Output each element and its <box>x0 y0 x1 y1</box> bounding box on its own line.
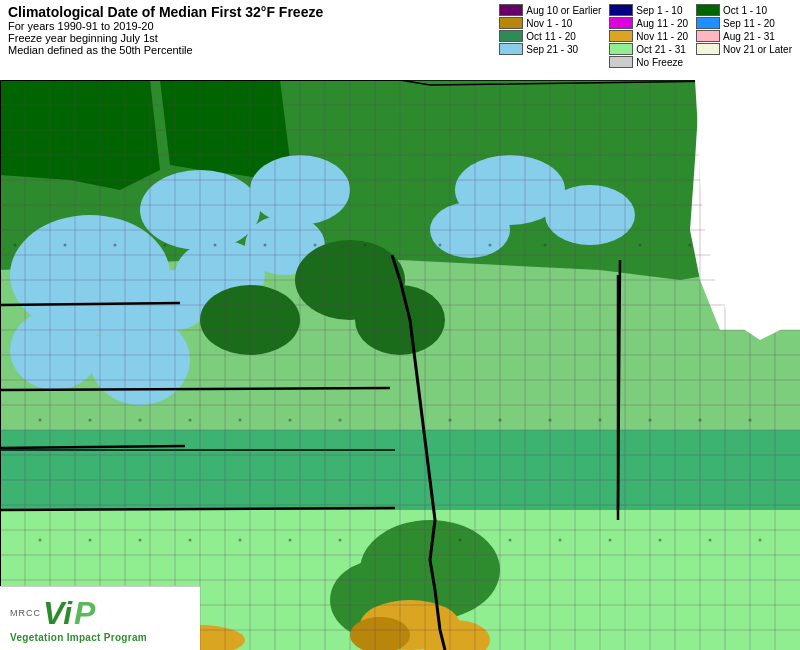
legend-swatch-sep21 <box>499 43 523 55</box>
legend-swatch-nofreeze <box>609 56 633 68</box>
svg-point-89 <box>64 244 67 247</box>
legend-label-nofreeze: No Freeze <box>636 57 683 68</box>
svg-point-15 <box>545 185 635 245</box>
legend-swatch-aug21 <box>696 30 720 42</box>
svg-point-109 <box>449 419 452 422</box>
legend-item-sep1: Sep 1 - 10 <box>609 4 688 16</box>
legend-item-nov11: Nov 11 - 20 <box>609 30 688 42</box>
svg-point-127 <box>659 539 662 542</box>
svg-point-95 <box>364 244 367 247</box>
legend-label-aug10: Aug 10 or Earlier <box>526 5 601 16</box>
svg-point-128 <box>709 539 712 542</box>
svg-point-117 <box>89 539 92 542</box>
legend-swatch-nov11 <box>609 30 633 42</box>
legend-item-aug21: Aug 21 - 31 <box>696 30 792 42</box>
legend-label-nov1: Nov 1 - 10 <box>526 18 572 29</box>
svg-point-110 <box>499 419 502 422</box>
svg-point-88 <box>14 244 17 247</box>
legend-item-sep11: Sep 11 - 20 <box>696 17 792 29</box>
svg-point-113 <box>649 419 652 422</box>
svg-point-114 <box>699 419 702 422</box>
legend-label-aug21: Aug 21 - 31 <box>723 31 775 42</box>
svg-point-116 <box>39 539 42 542</box>
legend-label-sep1: Sep 1 - 10 <box>636 5 682 16</box>
svg-point-97 <box>489 244 492 247</box>
vip-logo: MRCC Vi P Vegetation Impact Program <box>10 595 147 643</box>
svg-marker-4 <box>0 80 160 190</box>
svg-point-91 <box>164 244 167 247</box>
svg-point-121 <box>289 539 292 542</box>
legend-label-oct21: Oct 21 - 31 <box>636 44 685 55</box>
legend-swatch-oct11 <box>499 30 523 42</box>
svg-point-94 <box>314 244 317 247</box>
legend-label-nov21: Nov 21 or Later <box>723 44 792 55</box>
svg-point-93 <box>264 244 267 247</box>
legend-item-nofreeze: No Freeze <box>609 56 688 68</box>
map-svg <box>0 80 800 650</box>
legend-swatch-nov1 <box>499 17 523 29</box>
legend-label-aug11: Aug 11 - 20 <box>636 18 688 29</box>
legend-item-oct11: Oct 11 - 20 <box>499 30 601 42</box>
svg-point-100 <box>689 244 692 247</box>
svg-point-107 <box>289 419 292 422</box>
vip-subtitle: Vegetation Impact Program <box>10 632 147 643</box>
legend-item-oct21: Oct 21 - 31 <box>609 43 688 55</box>
svg-point-90 <box>114 244 117 247</box>
svg-point-120 <box>239 539 242 542</box>
legend-swatch-oct1 <box>696 4 720 16</box>
legend-item-sep21: Sep 21 - 30 <box>499 43 601 55</box>
svg-point-96 <box>439 244 442 247</box>
legend-swatch-aug11 <box>609 17 633 29</box>
svg-point-111 <box>549 419 552 422</box>
vip-letters: Vi <box>43 597 72 629</box>
map-area <box>0 80 800 650</box>
legend-label-nov11: Nov 11 - 20 <box>636 31 688 42</box>
svg-point-123 <box>459 539 462 542</box>
svg-point-129 <box>759 539 762 542</box>
map-legend: Aug 10 or Earlier Sep 1 - 10 Oct 1 - 10 … <box>499 4 792 68</box>
legend-label-oct11: Oct 11 - 20 <box>526 31 575 42</box>
legend-label-oct1: Oct 1 - 10 <box>723 5 767 16</box>
svg-point-112 <box>599 419 602 422</box>
vip-p-letter: P <box>74 595 95 632</box>
legend-item-nov21: Nov 21 or Later <box>696 43 792 55</box>
legend-swatch-nov21 <box>696 43 720 55</box>
svg-point-122 <box>339 539 342 542</box>
svg-point-104 <box>139 419 142 422</box>
legend-swatch-oct21 <box>609 43 633 55</box>
legend-item-oct1: Oct 1 - 10 <box>696 4 792 16</box>
svg-point-125 <box>559 539 562 542</box>
svg-point-98 <box>544 244 547 247</box>
legend-item-nov1: Nov 1 - 10 <box>499 17 601 29</box>
svg-point-7 <box>10 310 100 390</box>
svg-point-126 <box>609 539 612 542</box>
svg-point-118 <box>139 539 142 542</box>
svg-point-124 <box>509 539 512 542</box>
mrcc-label: MRCC <box>10 608 41 618</box>
legend-swatch-aug10 <box>499 4 523 16</box>
svg-point-105 <box>189 419 192 422</box>
svg-point-108 <box>339 419 342 422</box>
svg-point-102 <box>39 419 42 422</box>
main-container: Climatological Date of Median First 32°F… <box>0 0 800 650</box>
svg-point-99 <box>639 244 642 247</box>
svg-point-103 <box>89 419 92 422</box>
svg-point-106 <box>239 419 242 422</box>
svg-point-119 <box>189 539 192 542</box>
footer-section: MRCC Vi P Vegetation Impact Program <box>0 586 200 650</box>
legend-item-aug10: Aug 10 or Earlier <box>499 4 601 16</box>
legend-label-sep21: Sep 21 - 30 <box>526 44 578 55</box>
legend-item-aug11: Aug 11 - 20 <box>609 17 688 29</box>
legend-swatch-sep1 <box>609 4 633 16</box>
svg-point-92 <box>214 244 217 247</box>
svg-point-115 <box>749 419 752 422</box>
legend-swatch-sep11 <box>696 17 720 29</box>
legend-label-sep11: Sep 11 - 20 <box>723 18 775 29</box>
